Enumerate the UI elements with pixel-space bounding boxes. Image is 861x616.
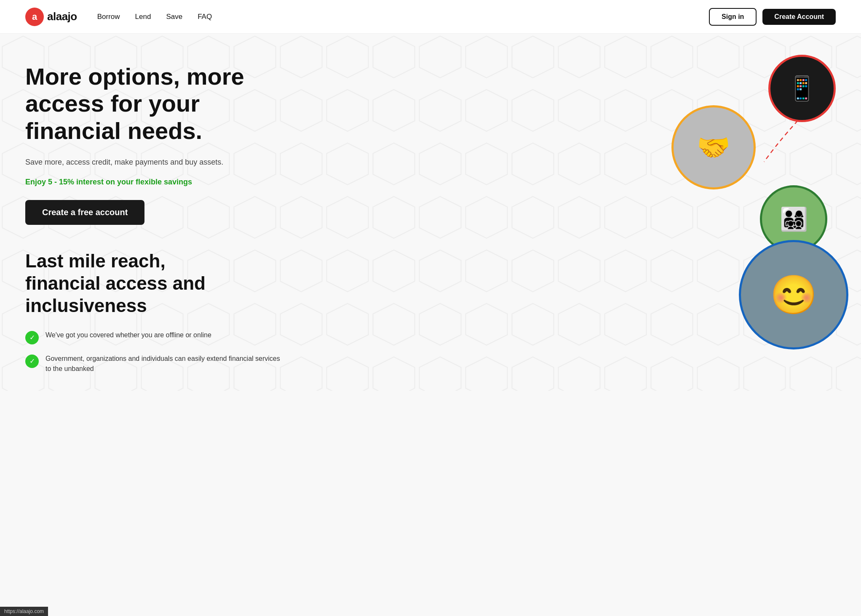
hero-title: More options, more access for your finan… [25,63,286,144]
create-free-account-button[interactable]: Create a free account [25,200,144,225]
check-icon-2: ✓ [25,355,39,368]
navbar: a alaajo Borrow Lend Save FAQ Sign in Cr… [0,0,861,34]
nav-save[interactable]: Save [166,13,182,21]
section-title: Last mile reach, financial access and in… [25,250,236,317]
family-icon: 👨‍👩‍👧‍👦 [780,206,808,232]
nav-borrow[interactable]: Borrow [97,13,120,21]
create-account-button[interactable]: Create Account [762,9,836,25]
svg-text:a: a [32,11,37,22]
checklist-text-1: We've got you covered whether you are of… [45,330,211,340]
phone-icon: 📱 [770,57,834,120]
money-icon: 🤝 [674,107,754,187]
logo-icon: a [25,8,44,26]
hero-section: More options, more access for your finan… [0,34,861,391]
checklist-item-1: ✓ We've got you covered whether you are … [25,330,286,344]
nav-left: a alaajo Borrow Lend Save FAQ [25,8,212,26]
logo-text: alaajo [47,10,77,23]
signin-button[interactable]: Sign in [709,8,757,26]
nav-right: Sign in Create Account [709,8,836,26]
check-icon-1: ✓ [25,331,39,344]
nav-links: Borrow Lend Save FAQ [97,13,212,21]
circle-phone: 📱 [768,55,836,122]
hero-interest-text: Enjoy 5 - 15% interest on your flexible … [25,178,286,187]
checklist-item-2: ✓ Government, organizations and individu… [25,354,286,374]
nav-lend[interactable]: Lend [135,13,151,21]
checklist-text-2: Government, organizations and individual… [45,354,286,374]
hero-content: More options, more access for your finan… [25,63,286,374]
logo-link[interactable]: a alaajo [25,8,77,26]
checklist: ✓ We've got you covered whether you are … [25,330,286,374]
circle-man: 😊 [739,240,848,349]
hero-subtitle: Save more, access credit, make payments … [25,156,244,168]
circle-money: 🤝 [671,105,756,189]
nav-faq[interactable]: FAQ [198,13,212,21]
hero-visuals: 📱 🤝 👨‍👩‍👧‍👦 😊 [625,34,861,391]
man-icon: 😊 [770,273,817,317]
